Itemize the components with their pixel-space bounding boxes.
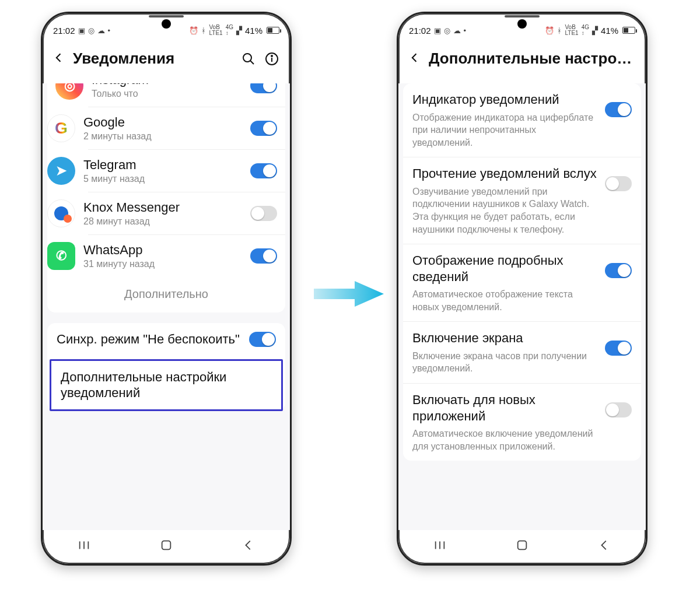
app-row-knox[interactable]: Knox Messenger28 минут назад [88,192,285,234]
svg-rect-13 [518,541,527,550]
header: Дополнительные настро… [398,41,646,73]
app-subtitle: 2 минуты назад [83,131,242,142]
header: Уведомления [43,41,290,73]
apps-card: ◎InstagramТолько чтоGGoogle2 минуты наза… [47,83,285,313]
app-row-telegram[interactable]: ➤Telegram5 минут назад [88,149,285,192]
app-toggle[interactable] [250,206,277,221]
telegram-icon: ➤ [47,157,75,185]
setting-toggle[interactable] [605,176,632,191]
knox-icon [47,199,75,227]
picture-icon: ▣ [78,26,85,35]
volte-icon: VoBLTE1 [209,24,222,36]
back-nav-icon[interactable] [598,539,611,554]
setting-toggle[interactable] [605,102,632,117]
more-button[interactable]: Дополнительно [47,277,285,313]
svg-line-1 [250,61,254,64]
advanced-settings-label: Дополнительные настройки уведомлений [61,369,272,401]
phone-left: 21:02 ▣ ◎ ☁ • ⏰ ᚼ VoBLTE1 4G↕ ▞ 41% Увед… [41,12,292,566]
setting-row-4[interactable]: Включать для новых приложенийАвтоматичес… [403,383,641,461]
page-title: Уведомления [73,50,233,68]
back-nav-icon[interactable] [242,539,255,554]
app-name: Knox Messenger [83,200,242,215]
bluetooth-icon: ᚼ [557,26,562,35]
app-toggle[interactable] [250,163,277,178]
battery-icon [622,27,635,34]
app-subtitle: 28 минут назад [83,216,242,227]
setting-row-2[interactable]: Отображение подробных сведенийАвтоматиче… [403,244,641,321]
setting-title: Индикатор уведомлений [412,92,597,108]
setting-title: Включать для новых приложений [412,392,597,424]
nav-bar [43,534,290,559]
battery-text: 41% [601,26,618,36]
back-icon[interactable] [409,52,421,66]
alarm-icon: ⏰ [545,26,554,35]
setting-toggle[interactable] [605,263,632,278]
battery-icon [267,27,279,34]
phone-right: 21:02 ▣ ◎ ☁ • ⏰ ᚼ VoBLTE1 4G↕ ▞ 41% Допо… [397,12,648,566]
cloud-icon: ☁ [97,26,105,35]
setting-desc: Автоматическое включение уведомлений для… [412,427,597,452]
app-row-google[interactable]: GGoogle2 минуты назад [88,107,285,149]
setting-desc: Отображение индикатора на циферблате при… [412,111,597,149]
nav-bar [398,534,646,559]
setting-row-0[interactable]: Индикатор уведомленийОтображение индикат… [403,83,641,157]
content-scroll[interactable]: Индикатор уведомленийОтображение индикат… [398,83,646,530]
home-icon[interactable] [160,539,173,554]
page-title: Дополнительные настро… [429,50,635,68]
setting-title: Включение экрана [412,330,597,346]
battery-text: 41% [245,26,262,36]
content-scroll[interactable]: ◎InstagramТолько чтоGGoogle2 минуты наза… [43,83,290,530]
bluetooth-icon: ᚼ [201,26,206,35]
app-subtitle: 31 минуту назад [83,259,242,269]
recents-icon[interactable] [78,539,90,554]
info-icon[interactable] [264,51,279,66]
back-icon[interactable] [53,52,65,66]
network-4g-icon: 4G↕ [226,24,233,36]
svg-marker-9 [314,281,384,307]
camera-icon: ◎ [444,26,450,35]
home-icon[interactable] [516,539,528,554]
app-toggle[interactable] [250,83,277,93]
setting-toggle[interactable] [605,341,632,356]
status-time: 21:02 [53,26,75,36]
extra-card: Синхр. режим "Не беспокоить" Дополнитель… [47,323,285,411]
phone-speaker [149,15,184,17]
app-row-instagram[interactable]: ◎InstagramТолько что [47,83,285,107]
transition-arrow-icon [314,280,384,308]
instagram-icon: ◎ [55,83,83,100]
svg-rect-8 [162,541,171,550]
setting-row-3[interactable]: Включение экранаВключение экрана часов п… [403,321,641,383]
app-name: Instagram [92,83,242,87]
dnd-sync-label: Синхр. режим "Не беспокоить" [57,331,241,348]
camera-icon: ◎ [88,26,94,35]
setting-title: Прочтение уведомлений вслух [412,166,597,182]
setting-toggle[interactable] [605,402,632,417]
dot-icon: • [464,26,467,35]
status-time: 21:02 [409,26,431,36]
advanced-settings-row[interactable]: Дополнительные настройки уведомлений [50,359,283,411]
network-4g-icon: 4G↕ [582,24,589,36]
settings-card: Индикатор уведомленийОтображение индикат… [403,83,641,461]
setting-row-1[interactable]: Прочтение уведомлений вслухОзвучивание у… [403,157,641,244]
whatsapp-icon: ✆ [47,242,75,270]
picture-icon: ▣ [434,26,441,35]
app-row-whatsapp[interactable]: ✆WhatsApp31 минуту назад [88,234,285,277]
dnd-sync-toggle[interactable] [249,332,276,347]
google-icon: G [47,114,75,142]
setting-desc: Включение экрана часов при получении уве… [412,350,597,375]
dnd-sync-row[interactable]: Синхр. режим "Не беспокоить" [47,323,285,356]
setting-desc: Озвучивание уведомлений при подключении … [412,185,597,236]
alarm-icon: ⏰ [189,26,198,35]
setting-title: Отображение подробных сведений [412,252,597,285]
setting-desc: Автоматическое отображение текста новых … [412,288,597,313]
app-name: Telegram [83,157,242,173]
app-name: WhatsApp [83,243,242,258]
app-subtitle: Только что [92,89,242,99]
app-toggle[interactable] [250,121,277,136]
app-toggle[interactable] [250,248,277,264]
app-subtitle: 5 минут назад [83,174,242,184]
search-icon[interactable] [241,51,256,66]
cloud-icon: ☁ [453,26,461,35]
recents-icon[interactable] [433,539,446,554]
phone-camera [517,19,527,29]
